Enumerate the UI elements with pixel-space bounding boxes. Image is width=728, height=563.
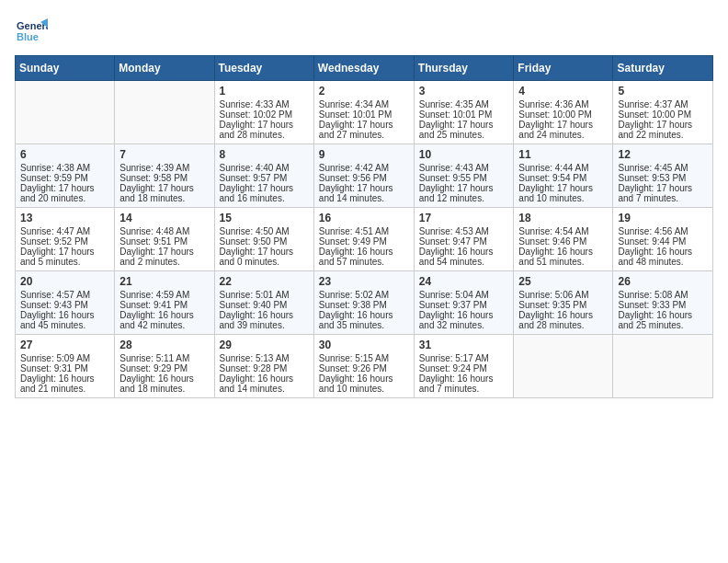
day-info-line: Sunset: 9:52 PM [20, 236, 109, 247]
day-number: 12 [618, 148, 708, 161]
day-header-tuesday: Tuesday [214, 56, 313, 81]
day-info-line: Sunset: 9:40 PM [220, 300, 309, 310]
calendar-cell [613, 335, 713, 398]
day-info-line: Daylight: 16 hours and 21 minutes. [20, 373, 109, 394]
day-info-line: Sunrise: 5:17 AM [419, 353, 509, 363]
day-number: 8 [220, 148, 309, 161]
day-info-line: Sunset: 9:28 PM [220, 363, 309, 373]
day-info-line: Sunset: 9:24 PM [419, 363, 509, 373]
day-number: 19 [618, 212, 708, 224]
day-number: 30 [319, 339, 409, 351]
day-info-line: Sunrise: 4:34 AM [319, 99, 409, 109]
calendar-cell: 1Sunrise: 4:33 AMSunset: 10:02 PMDayligh… [214, 81, 313, 144]
calendar-cell: 15Sunrise: 4:50 AMSunset: 9:50 PMDayligh… [214, 208, 313, 271]
day-info-line: Daylight: 16 hours and 25 minutes. [618, 310, 708, 330]
day-info-line: Daylight: 16 hours and 32 minutes. [419, 310, 509, 330]
day-header-sunday: Sunday [16, 56, 115, 81]
day-info-line: Daylight: 16 hours and 35 minutes. [319, 310, 409, 330]
day-number: 20 [20, 275, 109, 288]
calendar-cell: 28Sunrise: 5:11 AMSunset: 9:29 PMDayligh… [115, 335, 214, 398]
day-info-line: Sunset: 9:37 PM [419, 300, 509, 310]
day-info-line: Sunrise: 4:36 AM [518, 99, 608, 109]
day-header-thursday: Thursday [414, 56, 514, 81]
day-info-line: Daylight: 17 hours and 5 minutes. [20, 247, 109, 267]
page-header: General Blue [15, 15, 713, 48]
calendar-cell [115, 81, 214, 144]
calendar-cell: 6Sunrise: 4:38 AMSunset: 9:59 PMDaylight… [16, 144, 115, 208]
day-header-wednesday: Wednesday [313, 56, 414, 81]
calendar-cell [16, 81, 115, 144]
calendar-cell: 10Sunrise: 4:43 AMSunset: 9:55 PMDayligh… [414, 144, 514, 208]
day-info-line: Sunset: 9:54 PM [518, 173, 608, 183]
calendar-cell: 24Sunrise: 5:04 AMSunset: 9:37 PMDayligh… [414, 271, 514, 335]
day-info-line: Daylight: 17 hours and 28 minutes. [220, 120, 309, 140]
calendar-table: SundayMondayTuesdayWednesdayThursdayFrid… [15, 55, 713, 398]
day-info-line: Daylight: 16 hours and 45 minutes. [20, 310, 109, 330]
calendar-week-row: 6Sunrise: 4:38 AMSunset: 9:59 PMDaylight… [16, 144, 713, 208]
calendar-header-row: SundayMondayTuesdayWednesdayThursdayFrid… [16, 56, 713, 81]
day-number: 2 [319, 85, 409, 98]
day-number: 15 [220, 212, 309, 224]
day-info-line: Sunrise: 4:42 AM [319, 163, 409, 173]
day-info-line: Sunset: 9:55 PM [419, 173, 509, 183]
day-number: 21 [119, 275, 209, 288]
day-info-line: Daylight: 16 hours and 18 minutes. [119, 373, 209, 394]
calendar-week-row: 20Sunrise: 4:57 AMSunset: 9:43 PMDayligh… [16, 271, 713, 335]
calendar-cell [514, 335, 613, 398]
day-info-line: Sunset: 9:38 PM [319, 300, 409, 310]
day-info-line: Sunrise: 4:37 AM [618, 99, 708, 109]
calendar-week-row: 13Sunrise: 4:47 AMSunset: 9:52 PMDayligh… [16, 208, 713, 271]
day-header-monday: Monday [115, 56, 214, 81]
logo-icon: General Blue [15, 15, 48, 48]
calendar-week-row: 1Sunrise: 4:33 AMSunset: 10:02 PMDayligh… [16, 81, 713, 144]
day-number: 10 [419, 148, 509, 161]
day-info-line: Sunset: 10:01 PM [419, 109, 509, 120]
day-info-line: Sunset: 9:35 PM [518, 300, 608, 310]
day-info-line: Sunrise: 4:44 AM [518, 163, 608, 173]
day-number: 7 [119, 148, 209, 161]
calendar-cell: 5Sunrise: 4:37 AMSunset: 10:00 PMDayligh… [613, 81, 713, 144]
calendar-cell: 12Sunrise: 4:45 AMSunset: 9:53 PMDayligh… [613, 144, 713, 208]
day-info-line: Daylight: 17 hours and 20 minutes. [20, 183, 109, 203]
day-info-line: Sunset: 9:57 PM [220, 173, 309, 183]
day-number: 17 [419, 212, 509, 224]
day-info-line: Daylight: 16 hours and 51 minutes. [518, 247, 608, 267]
day-number: 26 [618, 275, 708, 288]
day-number: 9 [319, 148, 409, 161]
day-info-line: Sunrise: 5:01 AM [220, 290, 309, 300]
day-info-line: Daylight: 17 hours and 18 minutes. [119, 183, 209, 203]
day-info-line: Sunset: 9:44 PM [618, 236, 708, 247]
day-number: 28 [119, 339, 209, 351]
day-info-line: Sunset: 10:01 PM [319, 109, 409, 120]
day-number: 27 [20, 339, 109, 351]
day-info-line: Daylight: 17 hours and 14 minutes. [319, 183, 409, 203]
day-info-line: Sunset: 9:56 PM [319, 173, 409, 183]
calendar-cell: 9Sunrise: 4:42 AMSunset: 9:56 PMDaylight… [313, 144, 414, 208]
calendar-cell: 13Sunrise: 4:47 AMSunset: 9:52 PMDayligh… [16, 208, 115, 271]
logo: General Blue [15, 15, 48, 48]
day-info-line: Daylight: 16 hours and 39 minutes. [220, 310, 309, 330]
day-number: 31 [419, 339, 509, 351]
calendar-cell: 27Sunrise: 5:09 AMSunset: 9:31 PMDayligh… [16, 335, 115, 398]
day-info-line: Sunrise: 5:06 AM [518, 290, 608, 300]
calendar-cell: 3Sunrise: 4:35 AMSunset: 10:01 PMDayligh… [414, 81, 514, 144]
day-info-line: Sunset: 9:26 PM [319, 363, 409, 373]
day-info-line: Sunrise: 5:08 AM [618, 290, 708, 300]
day-info-line: Daylight: 17 hours and 0 minutes. [220, 247, 309, 267]
day-number: 29 [220, 339, 309, 351]
day-number: 1 [220, 85, 309, 98]
calendar-cell: 29Sunrise: 5:13 AMSunset: 9:28 PMDayligh… [214, 335, 313, 398]
day-info-line: Daylight: 17 hours and 16 minutes. [220, 183, 309, 203]
day-info-line: Daylight: 16 hours and 57 minutes. [319, 247, 409, 267]
day-info-line: Sunrise: 4:40 AM [220, 163, 309, 173]
day-info-line: Sunrise: 4:53 AM [419, 226, 509, 236]
day-info-line: Sunrise: 5:09 AM [20, 353, 109, 363]
calendar-cell: 20Sunrise: 4:57 AMSunset: 9:43 PMDayligh… [16, 271, 115, 335]
day-info-line: Sunset: 9:50 PM [220, 236, 309, 247]
day-info-line: Daylight: 17 hours and 7 minutes. [618, 183, 708, 203]
day-info-line: Sunrise: 4:50 AM [220, 226, 309, 236]
calendar-cell: 21Sunrise: 4:59 AMSunset: 9:41 PMDayligh… [115, 271, 214, 335]
calendar-cell: 11Sunrise: 4:44 AMSunset: 9:54 PMDayligh… [514, 144, 613, 208]
day-info-line: Daylight: 16 hours and 14 minutes. [220, 373, 309, 394]
day-info-line: Sunset: 9:29 PM [119, 363, 209, 373]
